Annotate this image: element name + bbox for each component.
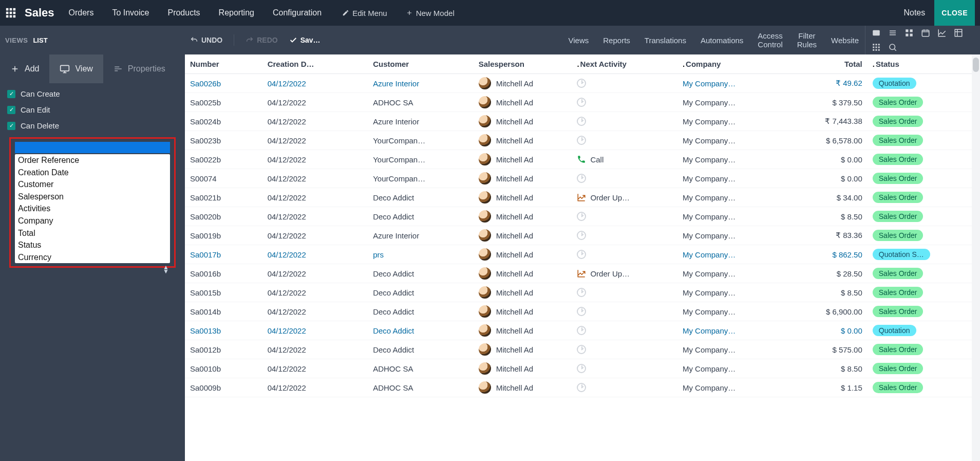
combo-option[interactable]: Company [15, 215, 170, 227]
table-row[interactable]: Sa0025b04/12/2022ADHOC SAMitchell AdMy C… [185, 93, 980, 112]
new-model-button[interactable]: New Model [406, 9, 455, 17]
col-number[interactable]: Number [185, 54, 262, 74]
sidebar-tab-properties[interactable]: Properties [103, 54, 176, 83]
undo-button[interactable]: UNDO [190, 36, 222, 44]
table-row[interactable]: Sa0012b04/12/2022Deco AddictMitchell AdM… [185, 340, 980, 359]
table-row[interactable]: S0007404/12/2022YourCompan…Mitchell AdMy… [185, 169, 980, 188]
cell-activity[interactable]: Order Up… [572, 188, 677, 207]
combo-option[interactable]: Activities [15, 202, 170, 215]
undo-icon [190, 36, 198, 44]
scrollbar[interactable] [972, 54, 980, 461]
tab-filter-rules[interactable]: FilterRules [797, 31, 817, 49]
table-row[interactable]: Sa0023b04/12/2022YourCompan…Mitchell AdM… [185, 131, 980, 150]
col-next-activity[interactable]: Next Activity [572, 54, 677, 74]
notes-link[interactable]: Notes [903, 8, 925, 17]
close-button[interactable]: CLOSE [934, 0, 975, 26]
edit-menu-button[interactable]: Edit Menu [342, 9, 387, 17]
table-row[interactable]: Sa0022b04/12/2022YourCompan…Mitchell AdC… [185, 150, 980, 169]
tab-translations[interactable]: Translations [645, 36, 686, 45]
sort-by-input[interactable] [15, 142, 170, 153]
col-total[interactable]: Total [769, 54, 868, 74]
sort-by-combobox[interactable]: Order Reference Creation Date Customer S… [9, 137, 176, 268]
combo-option[interactable]: Status [15, 239, 170, 251]
pivot-view-icon[interactable] [954, 28, 963, 38]
grid-view-icon[interactable] [872, 43, 881, 52]
col-company[interactable]: Company [677, 54, 769, 74]
calendar-view-icon[interactable] [921, 28, 930, 38]
check-icon: ✓ [7, 122, 15, 130]
tab-website[interactable]: Website [831, 36, 859, 45]
list-view-icon[interactable] [888, 28, 897, 38]
cell-activity[interactable]: Call [572, 150, 677, 169]
table-row[interactable]: Sa0019b04/12/2022Azure InteriorMitchell … [185, 226, 980, 245]
cell-activity[interactable] [572, 207, 677, 226]
app-title[interactable]: Sales [25, 6, 54, 20]
cell-activity[interactable]: Order Up… [572, 264, 677, 283]
col-creation-date[interactable]: Creation D… [262, 54, 368, 74]
check-icon [289, 36, 297, 44]
table-row[interactable]: Sa0020b04/12/2022Deco AddictMitchell AdM… [185, 207, 980, 226]
menu-reporting[interactable]: Reporting [219, 8, 254, 17]
sidebar-tab-view[interactable]: View [49, 54, 103, 83]
combo-option[interactable]: Currency [15, 251, 170, 264]
cell-activity[interactable] [572, 340, 677, 359]
search-icon[interactable] [888, 43, 897, 52]
table-row[interactable]: Sa0024b04/12/2022Azure InteriorMitchell … [185, 112, 980, 131]
graph-view-icon[interactable] [937, 28, 947, 38]
tab-views[interactable]: Views [569, 36, 589, 45]
table-row[interactable]: Sa0015b04/12/2022Deco AddictMitchell AdM… [185, 283, 980, 302]
redo-button[interactable]: REDO [246, 36, 277, 44]
col-customer[interactable]: Customer [368, 54, 473, 74]
table-row[interactable]: Sa0010b04/12/2022ADHOC SAMitchell AdMy C… [185, 359, 980, 378]
cell-activity[interactable] [572, 131, 677, 150]
combo-option[interactable]: Customer [15, 178, 170, 191]
can-create-checkbox[interactable]: ✓Can Create [7, 89, 178, 98]
combo-option[interactable]: Salesperson [15, 191, 170, 203]
menu-to-invoice[interactable]: To Invoice [112, 8, 149, 17]
menu-configuration[interactable]: Configuration [273, 8, 322, 17]
cell-activity[interactable] [572, 321, 677, 340]
card-view-icon[interactable] [872, 28, 881, 38]
menu-orders[interactable]: Orders [69, 8, 94, 17]
save-button[interactable]: Sav… [289, 36, 321, 44]
combo-option[interactable]: Creation Date [15, 167, 170, 179]
table-row[interactable]: Sa0009b04/12/2022ADHOC SAMitchell AdMy C… [185, 378, 980, 397]
cell-activity[interactable] [572, 245, 677, 264]
tab-access-control[interactable]: AccessControl [758, 31, 782, 49]
cell-activity[interactable] [572, 302, 677, 321]
table-row[interactable]: Sa0016b04/12/2022Deco AddictMitchell AdO… [185, 264, 980, 283]
tab-automations[interactable]: Automations [701, 36, 743, 45]
can-delete-checkbox[interactable]: ✓Can Delete [7, 121, 178, 130]
table-row[interactable]: Sa0026b04/12/2022Azure InteriorMitchell … [185, 74, 980, 93]
clock-icon [577, 212, 586, 221]
cell-activity[interactable] [572, 226, 677, 245]
combo-option[interactable]: Total [15, 227, 170, 239]
sidebar-tab-add[interactable]: Add [0, 54, 49, 83]
cell-activity[interactable] [572, 74, 677, 93]
cell-activity[interactable] [572, 378, 677, 397]
cell-salesperson: Mitchell Ad [474, 340, 572, 359]
table-row[interactable]: Sa0014b04/12/2022Deco AddictMitchell AdM… [185, 302, 980, 321]
menu-products[interactable]: Products [167, 8, 200, 17]
cell-activity[interactable] [572, 93, 677, 112]
list-breadcrumb[interactable]: LIST [33, 36, 47, 44]
apps-icon[interactable] [5, 7, 16, 19]
kanban-view-icon[interactable] [904, 28, 914, 38]
cell-activity[interactable] [572, 112, 677, 131]
col-salesperson[interactable]: Salesperson [474, 54, 572, 74]
cell-total: $ 575.00 [769, 340, 868, 359]
table-row[interactable]: Sa0013b04/12/2022Deco AddictMitchell AdM… [185, 321, 980, 340]
cell-activity[interactable] [572, 283, 677, 302]
views-breadcrumb[interactable]: VIEWS [5, 36, 28, 44]
can-edit-checkbox[interactable]: ✓Can Edit [7, 105, 178, 114]
table-row[interactable]: Sa0021b04/12/2022Deco AddictMitchell AdO… [185, 188, 980, 207]
tab-reports[interactable]: Reports [603, 36, 630, 45]
combo-option[interactable]: Order Reference [15, 154, 170, 167]
sort-handle-icon[interactable]: ▲▼ [163, 265, 169, 274]
avatar [479, 267, 491, 280]
cell-activity[interactable] [572, 169, 677, 188]
cell-salesperson: Mitchell Ad [474, 245, 572, 264]
table-row[interactable]: Sa0017b04/12/2022prsMitchell AdMy Compan… [185, 245, 980, 264]
cell-activity[interactable] [572, 359, 677, 378]
col-status[interactable]: Status [868, 54, 980, 74]
